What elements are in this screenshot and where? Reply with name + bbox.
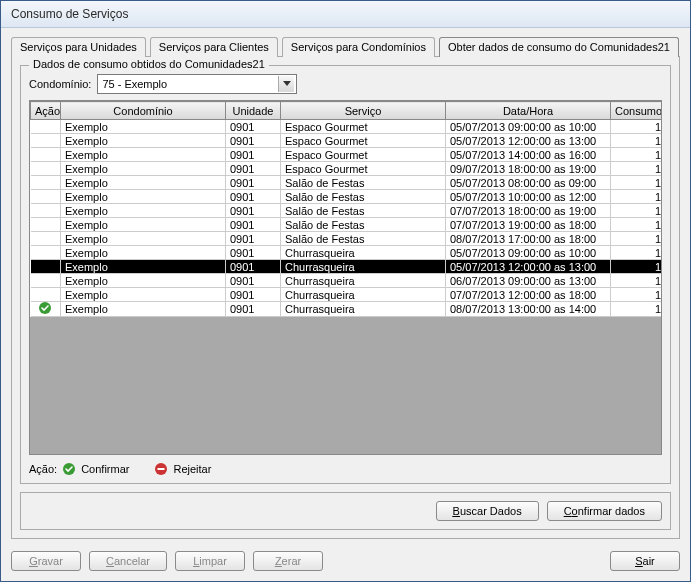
confirm-icon [63,463,75,475]
table-row[interactable]: Exemplo0901Churrasqueira05/07/2013 12:00… [31,260,663,274]
action-button-bar: Buscar Dados Confirmar dados [20,492,671,530]
table-row[interactable]: Exemplo0901Churrasqueira08/07/2013 13:00… [31,302,663,317]
table-row[interactable]: Exemplo0901Espaco Gourmet05/07/2013 09:0… [31,120,663,134]
cell-consumo: 1 [611,148,663,162]
cell-consumo: 1 [611,260,663,274]
col-condominio[interactable]: Condomínio [61,102,226,120]
cell-condominio: Exemplo [61,288,226,302]
cell-acao [31,148,61,162]
cell-acao [31,190,61,204]
cell-servico: Churrasqueira [281,260,446,274]
window: Consumo de Serviços Serviços para Unidad… [0,0,691,582]
table-row[interactable]: Exemplo0901Salão de Festas07/07/2013 18:… [31,204,663,218]
legend-confirm-label: Confirmar [81,463,129,475]
cell-acao [31,302,61,317]
cell-datahora: 05/07/2013 12:00:00 as 13:00 [446,134,611,148]
cell-consumo: 1 [611,204,663,218]
cell-acao [31,176,61,190]
cell-acao [31,162,61,176]
cell-datahora: 07/07/2013 19:00:00 as 18:00 [446,218,611,232]
fieldset-legend: Dados de consumo obtidos do Comunidades2… [29,58,269,70]
table-row[interactable]: Exemplo0901Salão de Festas05/07/2013 08:… [31,176,663,190]
legend-row: Ação: Confirmar Rejeitar [29,463,662,475]
cell-condominio: Exemplo [61,302,226,317]
condominio-combo[interactable]: 75 - Exemplo [97,74,297,94]
table-row[interactable]: Exemplo0901Salão de Festas05/07/2013 10:… [31,190,663,204]
table-row[interactable]: Exemplo0901Churrasqueira07/07/2013 12:00… [31,288,663,302]
table-row[interactable]: Exemplo0901Espaco Gourmet05/07/2013 14:0… [31,148,663,162]
reject-icon [155,463,167,475]
table-row[interactable]: Exemplo0901Espaco Gourmet05/07/2013 12:0… [31,134,663,148]
zerar-button[interactable]: Zerar [253,551,323,571]
cell-servico: Churrasqueira [281,274,446,288]
cell-consumo: 1 [611,134,663,148]
cell-unidade: 0901 [226,246,281,260]
condominio-row: Condomínio: 75 - Exemplo [29,74,662,94]
table-row[interactable]: Exemplo0901Churrasqueira05/07/2013 09:00… [31,246,663,260]
col-consumo[interactable]: Consumo [611,102,663,120]
col-datahora[interactable]: Data/Hora [446,102,611,120]
cell-datahora: 05/07/2013 12:00:00 as 13:00 [446,260,611,274]
tab-page-obter-dados: Dados de consumo obtidos do Comunidades2… [11,56,680,539]
tab-2[interactable]: Serviços para Condomínios [282,37,435,57]
buscar-dados-button[interactable]: Buscar Dados [436,501,539,521]
table-row[interactable]: Exemplo0901Espaco Gourmet09/07/2013 18:0… [31,162,663,176]
cell-acao [31,120,61,134]
cell-acao [31,246,61,260]
cell-acao [31,204,61,218]
cell-consumo: 1 [611,232,663,246]
cell-servico: Espaco Gourmet [281,162,446,176]
data-table: Ação Condomínio Unidade Serviço Data/Hor… [30,101,662,317]
confirmar-dados-button[interactable]: Confirmar dados [547,501,662,521]
cell-unidade: 0901 [226,204,281,218]
cell-consumo: 1 [611,176,663,190]
cell-condominio: Exemplo [61,120,226,134]
cell-consumo: 1 [611,190,663,204]
cell-condominio: Exemplo [61,176,226,190]
cell-datahora: 05/07/2013 14:00:00 as 16:00 [446,148,611,162]
cell-unidade: 0901 [226,190,281,204]
chevron-down-icon[interactable] [278,76,294,92]
cell-servico: Salão de Festas [281,232,446,246]
cell-consumo: 1 [611,302,663,317]
header-row: Ação Condomínio Unidade Serviço Data/Hor… [31,102,663,120]
condominio-combo-value: 75 - Exemplo [102,78,167,90]
bottom-button-bar: Gravar Cancelar Limpar Zerar Sair [11,551,680,571]
cell-servico: Espaco Gourmet [281,148,446,162]
cell-datahora: 08/07/2013 13:00:00 as 14:00 [446,302,611,317]
cell-condominio: Exemplo [61,246,226,260]
table-row[interactable]: Exemplo0901Salão de Festas07/07/2013 19:… [31,218,663,232]
limpar-button[interactable]: Limpar [175,551,245,571]
cell-condominio: Exemplo [61,148,226,162]
cell-condominio: Exemplo [61,162,226,176]
cell-condominio: Exemplo [61,218,226,232]
gravar-button[interactable]: Gravar [11,551,81,571]
cell-servico: Salão de Festas [281,218,446,232]
col-unidade[interactable]: Unidade [226,102,281,120]
cell-servico: Salão de Festas [281,190,446,204]
col-acao[interactable]: Ação [31,102,61,120]
cell-condominio: Exemplo [61,204,226,218]
cell-acao [31,288,61,302]
data-grid[interactable]: Ação Condomínio Unidade Serviço Data/Hor… [29,100,662,455]
cell-servico: Churrasqueira [281,246,446,260]
cell-consumo: 1 [611,288,663,302]
tab-1[interactable]: Serviços para Clientes [150,37,278,57]
cell-datahora: 05/07/2013 08:00:00 as 09:00 [446,176,611,190]
cell-acao [31,274,61,288]
table-row[interactable]: Exemplo0901Churrasqueira06/07/2013 09:00… [31,274,663,288]
cell-unidade: 0901 [226,218,281,232]
sair-button[interactable]: Sair [610,551,680,571]
tab-0[interactable]: Serviços para Unidades [11,37,146,57]
cell-consumo: 1 [611,218,663,232]
table-row[interactable]: Exemplo0901Salão de Festas08/07/2013 17:… [31,232,663,246]
legend-reject-label: Rejeitar [173,463,211,475]
legend-prefix: Ação: [29,463,57,475]
cell-datahora: 05/07/2013 10:00:00 as 12:00 [446,190,611,204]
col-servico[interactable]: Serviço [281,102,446,120]
fieldset-dados-consumo: Dados de consumo obtidos do Comunidades2… [20,65,671,484]
cell-datahora: 08/07/2013 17:00:00 as 18:00 [446,232,611,246]
cancelar-button[interactable]: Cancelar [89,551,167,571]
tab-3[interactable]: Obter dados de consumo do Comunidades21 [439,37,679,57]
cell-unidade: 0901 [226,148,281,162]
